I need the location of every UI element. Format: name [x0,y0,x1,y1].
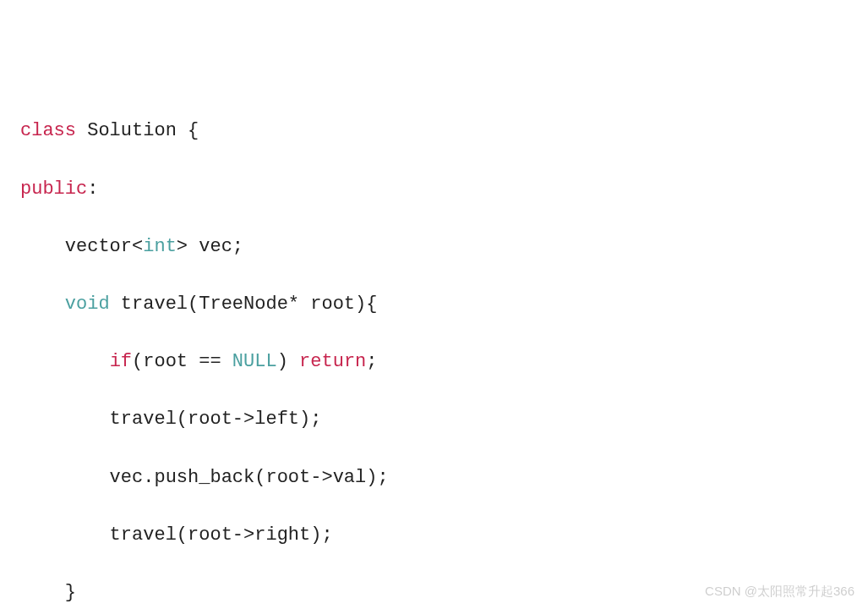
code-line: public: [20,175,868,204]
code-block: class Solution { public: vector<int> vec… [0,115,868,609]
code-line: travel(root->right); [20,521,868,550]
code-token: if [110,351,132,372]
code-token: return [299,351,366,372]
code-token: travel(root->right); [20,524,333,546]
code-token: vec.push_back(root->val); [20,467,389,488]
code-token: Solution { [76,120,199,141]
code-token: ) [277,351,299,372]
code-line: vector<int> vec; [20,233,868,261]
code-token: : [87,178,98,200]
code-token: NULL [232,351,277,372]
code-line: if(root == NULL) return; [20,348,868,376]
code-token: > vec; [177,236,243,257]
code-token: (root == [132,351,232,372]
code-line: travel(root->left); [20,405,868,434]
code-token [20,351,110,372]
code-token: } [20,582,76,603]
code-line: vec.push_back(root->val); [20,464,868,492]
code-token: vector [20,236,132,257]
code-line: class Solution { [20,117,868,145]
code-line: } [20,579,868,607]
code-token: travel(root->left); [20,409,321,430]
code-token: class [20,120,76,141]
code-token: int [143,236,177,257]
code-token: ; [366,351,377,372]
code-token: travel(TreeNode* root){ [110,294,378,315]
code-token: < [132,236,143,257]
code-line: void travel(TreeNode* root){ [20,290,868,319]
code-token: public [20,178,87,200]
code-token [20,294,65,315]
code-token: void [65,294,110,315]
